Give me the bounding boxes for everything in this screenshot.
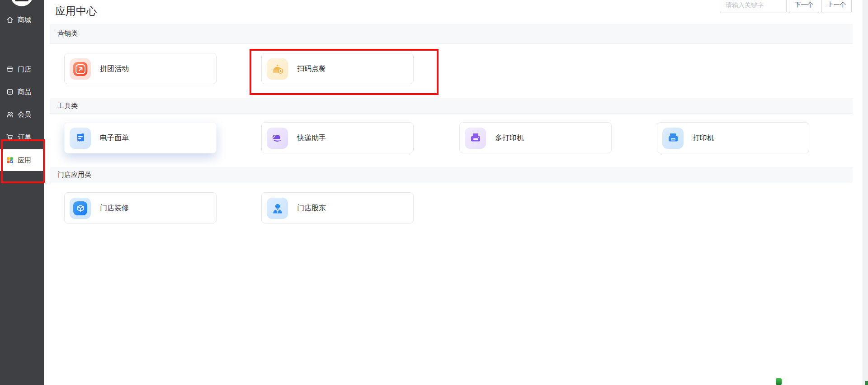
sidebar-item-apps[interactable]: 应用 xyxy=(0,149,44,171)
section-title: 门店应用类 xyxy=(57,171,91,179)
group-buy-icon xyxy=(70,58,91,80)
store-icon xyxy=(6,65,14,73)
floating-widget-icon[interactable] xyxy=(776,378,782,385)
sidebar-item-members[interactable]: 会员 xyxy=(0,104,44,125)
store-deco-icon xyxy=(70,198,91,219)
shop-logo-avatar[interactable] xyxy=(10,0,33,6)
sidebar-item-label: 门店 xyxy=(18,65,31,74)
page-title: 应用中心 xyxy=(55,4,97,18)
app-card-scan-order[interactable]: 扫码点餐 xyxy=(261,53,414,84)
section-header-tools: 工具类 xyxy=(50,98,853,114)
app-center-screen: 商城 门店 商品 会员 xyxy=(0,0,868,385)
sidebar-item-orders[interactable]: 订单 xyxy=(0,126,44,148)
store-shareholder-icon xyxy=(267,198,288,219)
sidebar-item-label: 会员 xyxy=(18,110,31,119)
section-header-store-apps: 门店应用类 xyxy=(50,167,853,183)
section-title: 工具类 xyxy=(57,102,78,110)
sidebar-item-products[interactable]: 商品 xyxy=(0,81,44,103)
sidebar-item-stores[interactable]: 门店 xyxy=(0,58,44,80)
app-card-store-shareholder[interactable]: 门店股东 xyxy=(261,192,414,223)
members-icon xyxy=(6,110,14,119)
app-card-label: 电子面单 xyxy=(100,123,129,154)
sidebar-item-label: 商城 xyxy=(18,16,31,24)
e-waybill-icon xyxy=(70,128,91,149)
app-card-label: 多打印机 xyxy=(495,123,524,154)
app-card-express-helper[interactable]: 快递助手 xyxy=(261,122,414,153)
printer-icon xyxy=(662,128,684,149)
app-card-label: 扫码点餐 xyxy=(297,53,326,85)
app-card-label: 门店装修 xyxy=(100,193,129,224)
app-card-label: 快递助手 xyxy=(297,123,326,154)
next-button[interactable]: 下一个 xyxy=(789,0,819,13)
sidebar: 商城 门店 商品 会员 xyxy=(0,0,44,385)
prev-button[interactable]: 上一个 xyxy=(821,0,852,13)
app-card-label: 拼团活动 xyxy=(100,53,129,85)
sidebar-item-label: 商品 xyxy=(18,88,31,96)
express-helper-icon xyxy=(267,128,288,149)
cart-icon xyxy=(6,133,14,141)
app-card-printer[interactable]: 打印机 xyxy=(657,122,809,153)
goods-icon xyxy=(6,88,14,96)
section-header-marketing: 营销类 xyxy=(50,24,853,44)
section-title: 营销类 xyxy=(57,29,78,38)
home-icon xyxy=(6,16,14,24)
app-card-multi-printer[interactable]: 多打印机 xyxy=(459,122,612,153)
app-card-group-buy[interactable]: 拼团活动 xyxy=(64,53,217,84)
sidebar-item-label: 应用 xyxy=(18,156,31,165)
search-input[interactable] xyxy=(720,0,787,13)
app-card-store-deco[interactable]: 门店装修 xyxy=(64,192,217,223)
app-card-e-waybill[interactable]: 电子面单 xyxy=(64,122,217,153)
scrollbar[interactable] xyxy=(863,0,868,385)
app-card-label: 门店股东 xyxy=(297,193,326,224)
corner-widget-icon xyxy=(865,381,868,385)
sidebar-item-mall[interactable]: 商城 xyxy=(0,9,44,31)
scan-order-icon xyxy=(267,58,288,80)
app-card-label: 打印机 xyxy=(693,123,714,154)
apps-grid-icon xyxy=(6,156,14,164)
sidebar-item-label: 订单 xyxy=(18,133,31,142)
logo-mark xyxy=(15,0,28,1)
multi-printer-icon xyxy=(465,128,486,149)
